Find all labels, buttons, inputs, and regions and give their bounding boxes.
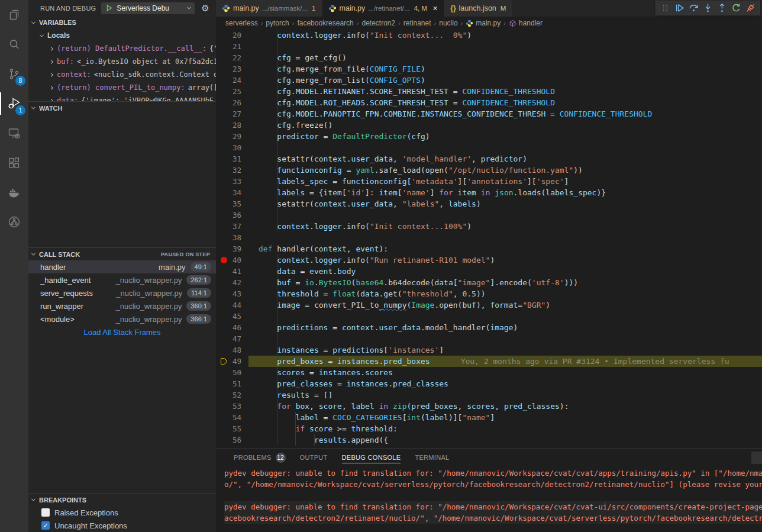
- gutter[interactable]: 21: [216, 41, 248, 52]
- code-text[interactable]: buf = io.BytesIO(base64.b64decode(data["…: [248, 277, 762, 288]
- code-text[interactable]: predictions = context.user_data.model_ha…: [248, 322, 762, 333]
- code-text[interactable]: cfg = get_cfg(): [248, 52, 762, 63]
- panel-tab-terminal[interactable]: TERMINAL: [408, 449, 456, 466]
- variables-locals-scope[interactable]: Locals: [28, 29, 216, 42]
- code-text[interactable]: data = event.body: [248, 266, 762, 277]
- code-text[interactable]: [248, 41, 762, 52]
- activity-item-git-graph[interactable]: [0, 207, 28, 237]
- code-text[interactable]: [248, 333, 762, 344]
- gutter[interactable]: 30: [216, 142, 248, 153]
- call-stack-frame[interactable]: handlermain.py49:1: [28, 260, 216, 273]
- variable-row[interactable]: (return) convert_PIL_to_numpy:array([[[ …: [28, 81, 216, 94]
- breadcrumb-item[interactable]: retinanet: [403, 19, 431, 27]
- activity-item-search[interactable]: [0, 30, 28, 59]
- code-editor[interactable]: 20 context.logger.info("Init context... …: [216, 30, 762, 449]
- code-text[interactable]: cfg.MODEL.RETINANET.SCORE_THRESH_TEST = …: [248, 86, 762, 97]
- code-text[interactable]: predictor = DefaultPredictor(cfg): [248, 131, 762, 142]
- breadcrumb-item[interactable]: serverless: [225, 19, 258, 27]
- panel-tab-problems[interactable]: PROBLEMS12: [227, 449, 293, 466]
- panel-tab-debug-console[interactable]: DEBUG CONSOLE: [335, 449, 408, 466]
- step-over-button[interactable]: [686, 2, 700, 15]
- gutter[interactable]: 51: [216, 378, 248, 389]
- start-debug-icon[interactable]: [105, 4, 113, 12]
- gutter[interactable]: 32: [216, 165, 248, 176]
- gear-icon[interactable]: ⚙: [201, 4, 209, 12]
- code-text[interactable]: [248, 311, 762, 322]
- gutter[interactable]: 52: [216, 389, 248, 401]
- gutter[interactable]: 34: [216, 187, 248, 198]
- editor-tab[interactable]: main.py.../retinanet/...4, M✕: [322, 0, 445, 17]
- code-text[interactable]: scores = instances.scores: [248, 367, 762, 378]
- editor-tab[interactable]: main.py.../siammask/...1: [216, 0, 322, 17]
- gutter[interactable]: 49: [216, 356, 248, 367]
- code-text[interactable]: [248, 142, 762, 153]
- call-stack-frame[interactable]: _handle_event_nuclio_wrapper.py262:1: [28, 273, 216, 286]
- gutter[interactable]: 26: [216, 97, 248, 108]
- breadcrumb-item[interactable]: handler: [509, 19, 543, 27]
- step-into-button[interactable]: [700, 2, 715, 15]
- call-stack-frame[interactable]: run_wrapper_nuclio_wrapper.py360:1: [28, 299, 216, 312]
- activity-item-extensions[interactable]: [0, 148, 28, 178]
- gutter[interactable]: 54: [216, 412, 248, 423]
- gutter[interactable]: 38: [216, 232, 248, 243]
- continue-button[interactable]: [672, 2, 686, 15]
- gutter[interactable]: 42: [216, 277, 248, 288]
- code-text[interactable]: cfg.merge_from_list(CONFIG_OPTS): [248, 75, 762, 86]
- code-text[interactable]: for box, score, label in zip(pred_boxes,…: [248, 401, 762, 412]
- code-text[interactable]: labels = {item['id']: item['name'] for i…: [248, 187, 762, 198]
- watch-section-header[interactable]: WATCH: [28, 101, 216, 114]
- code-text[interactable]: if score >= threshold:: [248, 423, 762, 434]
- gutter[interactable]: 20: [216, 30, 248, 41]
- activity-item-remote-explorer[interactable]: [0, 118, 28, 148]
- code-text[interactable]: context.logger.info("Init context... 0%"…: [248, 30, 762, 41]
- checkbox-checked[interactable]: ✓: [41, 521, 50, 530]
- drag-grip-button[interactable]: [658, 2, 672, 15]
- code-text[interactable]: setattr(context.user_data, 'model_handle…: [248, 153, 762, 165]
- gutter[interactable]: 23: [216, 63, 248, 75]
- close-icon[interactable]: ✕: [432, 5, 438, 12]
- code-text[interactable]: instances = predictions['instances']: [248, 344, 762, 356]
- variable-row[interactable]: (return) DefaultPredictor.__call__:{'ins…: [28, 42, 216, 55]
- panel-tab-output[interactable]: OUTPUT: [293, 449, 335, 466]
- variables-section-header[interactable]: VARIABLES: [28, 16, 216, 29]
- gutter[interactable]: 31: [216, 153, 248, 165]
- variable-row[interactable]: data:{'image': 'iVBORw0KGg…AAAANSUhE…55: [28, 94, 216, 101]
- code-text[interactable]: results.append({: [248, 434, 762, 446]
- gutter[interactable]: 37: [216, 221, 248, 232]
- gutter[interactable]: 39: [216, 243, 248, 254]
- gutter[interactable]: 43: [216, 288, 248, 299]
- code-text[interactable]: cfg.MODEL.PANOPTIC_FPN.COMBINE.INSTANCES…: [248, 108, 762, 120]
- gutter[interactable]: 53: [216, 401, 248, 412]
- gutter[interactable]: 36: [216, 209, 248, 221]
- code-text[interactable]: def handler(context, event):: [248, 243, 762, 254]
- gutter[interactable]: 24: [216, 75, 248, 86]
- checkbox-unchecked[interactable]: [41, 508, 50, 517]
- breadcrumb-item[interactable]: facebookresearch: [297, 19, 353, 27]
- gutter[interactable]: 29: [216, 131, 248, 142]
- code-text[interactable]: cfg.MODEL.ROI_HEADS.SCORE_THRESH_TEST = …: [248, 97, 762, 108]
- gutter[interactable]: 22: [216, 52, 248, 63]
- code-text[interactable]: labels_spec = functionconfig['metadata']…: [248, 176, 762, 187]
- gutter[interactable]: 46: [216, 322, 248, 333]
- gutter[interactable]: 50: [216, 367, 248, 378]
- gutter[interactable]: 25: [216, 86, 248, 97]
- gutter[interactable]: 45: [216, 311, 248, 322]
- code-text[interactable]: functionconfig = yaml.safe_load(open("/o…: [248, 165, 762, 176]
- gutter[interactable]: 35: [216, 198, 248, 209]
- step-out-button[interactable]: [715, 2, 729, 15]
- gutter[interactable]: 41: [216, 266, 248, 277]
- breadcrumb-item[interactable]: main.py: [466, 19, 501, 27]
- variable-row[interactable]: buf:<_io.BytesIO object at 0x7f5a2dc1ecc…: [28, 55, 216, 68]
- code-text[interactable]: pred_classes = instances.pred_classes: [248, 378, 762, 389]
- call-stack-frame[interactable]: serve_requests_nuclio_wrapper.py114:1: [28, 286, 216, 299]
- restart-button[interactable]: [729, 2, 743, 15]
- activity-item-explorer[interactable]: [0, 0, 28, 30]
- activity-item-run-and-debug[interactable]: 1: [0, 89, 28, 118]
- code-text[interactable]: [248, 209, 762, 221]
- gutter[interactable]: 33: [216, 176, 248, 187]
- gutter[interactable]: 27: [216, 108, 248, 120]
- call-stack-frame[interactable]: <module>_nuclio_wrapper.py366:1: [28, 312, 216, 325]
- code-text[interactable]: threshold = float(data.get("threshold", …: [248, 288, 762, 299]
- load-all-stack-frames-link[interactable]: Load All Stack Frames: [28, 325, 216, 338]
- editor-tab[interactable]: {}launch.jsonM: [444, 0, 512, 17]
